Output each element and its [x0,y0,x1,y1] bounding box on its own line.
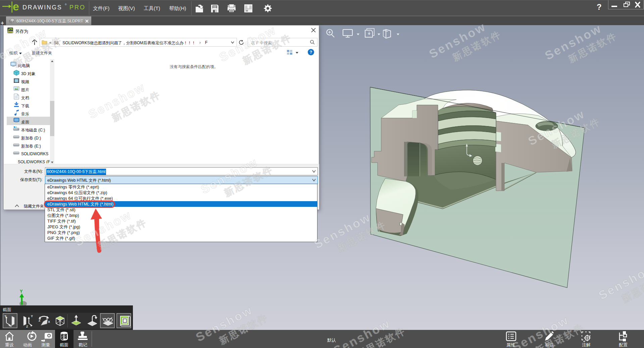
svg-text:DRAWINGS: DRAWINGS [22,4,62,11]
svg-text:Y: Y [4,314,6,318]
svg-text:®: ® [65,3,67,6]
svg-text:X: X [48,320,50,324]
svg-text:Y: Y [31,314,33,318]
svg-text:PRO: PRO [69,4,86,11]
svg-text:Z: Z [39,319,41,322]
svg-text:Y: Y [20,289,23,294]
svg-text:Z: Z [26,325,28,328]
svg-text:e: e [13,1,19,13]
svg-text:2023: 2023 [8,31,12,33]
svg-text:X: X [10,324,12,328]
